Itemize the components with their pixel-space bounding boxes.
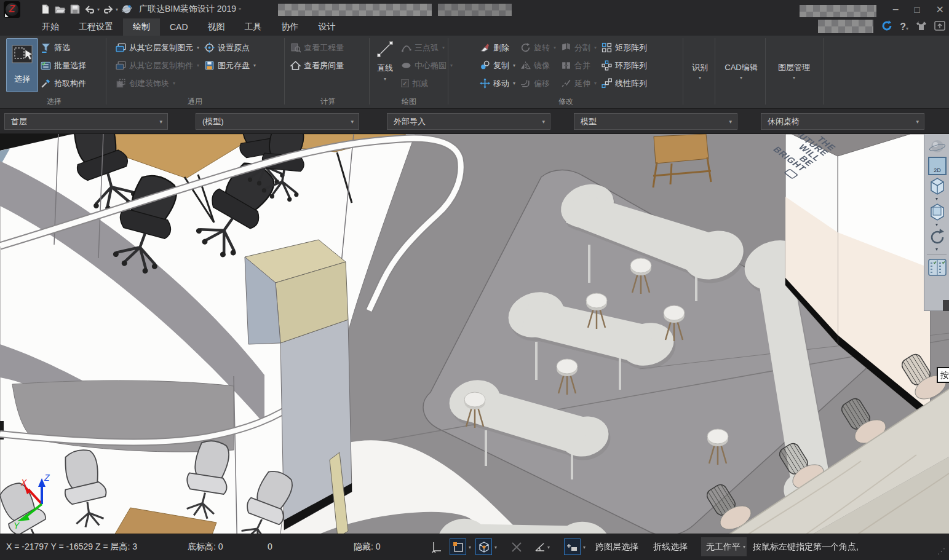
tab-视图[interactable]: 视图 [198, 18, 235, 36]
tab-设计[interactable]: 设计 [309, 18, 346, 36]
minimize-button[interactable]: – [893, 4, 899, 15]
svg-text:X: X [20, 478, 27, 487]
svg-text:Z: Z [44, 473, 50, 483]
work-plane-dropdown[interactable]: 无工作平▾ [701, 537, 747, 556]
filter-dropdown-1[interactable]: (模型)▾ [196, 113, 359, 130]
save-element-button[interactable]: 图元存盘▾ [202, 57, 258, 74]
filter-button[interactable]: 筛选 [38, 39, 89, 57]
scene-3d: X Z Y [0, 134, 949, 534]
create-decor-block-button[interactable]: 创建装饰块▾ [113, 74, 202, 92]
pick-member-button[interactable]: 拾取构件 [38, 74, 89, 92]
filter-dropdown-2[interactable]: 外部导入▾ [387, 113, 550, 130]
save-icon[interactable] [69, 3, 81, 15]
batch-select-button[interactable]: 批量选择 [38, 57, 89, 74]
ribbon-group-计算: 查看工程量查看房间量计算 [287, 36, 369, 109]
ribbon-group-label: 计算 [287, 97, 369, 107]
draw-line-button[interactable]: 直线▾ [373, 38, 397, 97]
center-ellipse-button[interactable]: 中心椭圆▾ [399, 57, 455, 74]
selection-box-toggle[interactable] [450, 538, 466, 555]
maximize-button[interactable]: □ [915, 4, 920, 15]
set-origin-button[interactable]: 设置原点 [202, 39, 258, 57]
cube-view-icon[interactable] [924, 176, 949, 197]
ribbon-group-label: 绘图 [371, 97, 447, 107]
layer-manage-button[interactable]: 图层管理▾ [768, 38, 820, 105]
copy-members-from-other-layer-button[interactable]: 从其它层复制构件▾ [113, 57, 202, 74]
filter-dropdown-4[interactable]: 休闲桌椅▾ [761, 113, 924, 130]
three-point-arc-button[interactable]: 三点弧▾ [399, 39, 455, 57]
cursor-tooltip: 按 [937, 367, 949, 383]
help-icon[interactable]: ?▾ [900, 22, 908, 33]
tab-CAD[interactable]: CAD [160, 18, 198, 36]
tracking-toggle[interactable] [564, 538, 581, 555]
filter-bar: 首层▾(模型)▾外部导入▾模型▾休闲桌椅▾ [0, 109, 949, 134]
undo-dropdown-icon[interactable]: ▾ [97, 7, 100, 12]
title-bar: Z ▾ ▾ 广联达BIM装饰设计 2019 - – □ ✕ [0, 0, 949, 18]
split-button[interactable]: 分割▾ [558, 39, 599, 57]
viewport-3d[interactable]: X Z Y [0, 134, 949, 534]
extend-button[interactable]: 延伸▾ [558, 74, 599, 92]
refresh-icon[interactable] [881, 20, 892, 34]
sync-icon[interactable] [121, 3, 133, 15]
rotate-view-dropdown-icon[interactable]: ▾ [924, 247, 949, 252]
cube-view-dropdown-icon[interactable]: ▾ [924, 197, 949, 202]
offset-button[interactable]: 偏移 [518, 74, 558, 92]
menu-tab-bar: 开始工程设置绘制CAD视图工具协作设计 [0, 18, 949, 36]
view-room-quantities-button[interactable]: 查看房间量 [288, 57, 346, 74]
view-2d-button[interactable]: 2D [924, 156, 949, 176]
mirror-button[interactable]: 镜像 [518, 57, 558, 74]
copy-elements-from-other-layer-button[interactable]: 从其它层复制图元▾ [113, 39, 202, 57]
linear-array-button[interactable]: 线性阵列 [599, 74, 649, 92]
rect-array-button[interactable]: 矩形阵列 [599, 39, 649, 57]
ribbon-group-识别: 识别▾ [685, 36, 715, 109]
orbit-icon[interactable] [924, 138, 949, 156]
window-title: 广联达BIM装饰设计 2019 - [139, 4, 241, 15]
subtract-button[interactable]: ✓扣减 [399, 74, 455, 92]
application-window: Z ▾ ▾ 广联达BIM装饰设计 2019 - – □ ✕ 开始工程设置绘制CA… [0, 0, 949, 560]
tab-工程设置[interactable]: 工程设置 [69, 18, 123, 36]
resize-grip[interactable]: ⋰ [937, 546, 946, 556]
ucs-icon-toggle[interactable] [429, 538, 445, 555]
polar-array-button[interactable]: 环形阵列 [599, 57, 649, 74]
ribbon: 选择筛选批量选择拾取构件选择从其它层复制图元▾从其它层复制构件▾创建装饰块▾设置… [0, 36, 949, 109]
ribbon-group-图层管理: 图层管理▾ [768, 36, 820, 109]
ribbon-group-修改: 删除复制▾移动▾旋转▾镜像偏移分割▾合并延伸▾矩形阵列环形阵列线性阵列修改 [450, 36, 681, 109]
display-settings-icon[interactable] [924, 258, 949, 278]
tshirt-icon[interactable] [916, 21, 927, 33]
cube-view2-icon[interactable] [924, 202, 949, 223]
redo-dropdown-icon[interactable]: ▾ [116, 7, 118, 12]
tab-工具[interactable]: 工具 [235, 18, 272, 36]
extra-value: 0 [268, 542, 272, 551]
merge-button[interactable]: 合并 [558, 57, 599, 74]
ribbon-group-选择: 选择筛选批量选择拾取构件选择 [4, 36, 105, 109]
filter-dropdown-3[interactable]: 模型▾ [574, 113, 737, 130]
select-button[interactable]: 选择 [6, 38, 38, 92]
quick-access-toolbar: ▾ ▾ [39, 3, 133, 15]
tab-开始[interactable]: 开始 [32, 18, 69, 36]
close-button[interactable]: ✕ [936, 4, 944, 15]
tab-协作[interactable]: 协作 [272, 18, 309, 36]
recognize-button[interactable]: 识别▾ [685, 38, 715, 105]
redo-icon[interactable] [102, 3, 114, 15]
delete-button[interactable]: 删除 [477, 39, 518, 57]
publish-icon[interactable] [934, 21, 945, 33]
move-button[interactable]: 移动▾ [477, 74, 518, 92]
copy-button[interactable]: 复制▾ [477, 57, 518, 74]
app-logo-icon[interactable]: Z [4, 1, 20, 18]
tab-绘制[interactable]: 绘制 [123, 18, 160, 36]
new-file-icon[interactable] [39, 3, 52, 15]
undo-icon[interactable] [84, 3, 96, 15]
cross-toggle[interactable] [508, 538, 525, 555]
angle-toggle[interactable] [531, 538, 548, 555]
open-file-icon[interactable] [54, 3, 66, 15]
rotate-button[interactable]: 旋转▾ [518, 39, 558, 57]
polyline-select-button[interactable]: 折线选择 [653, 542, 688, 553]
3d-snap-toggle[interactable] [475, 538, 492, 555]
ribbon-group-绘图: 直线▾三点弧▾中心椭圆▾✓扣减绘图 [371, 36, 447, 109]
status-bar: X = -21797 Y = -16529 Z = 层高: 3 底标高: 0 0… [0, 534, 949, 560]
rotate-view-icon[interactable] [924, 227, 949, 247]
view-quantities-button[interactable]: 查看工程量 [288, 39, 346, 57]
cube-view2-dropdown-icon[interactable]: ▾ [924, 223, 949, 227]
cad-edit-button[interactable]: CAD编辑▾ [717, 38, 765, 105]
cross-layer-select-button[interactable]: 跨图层选择 [595, 542, 638, 553]
filter-dropdown-0[interactable]: 首层▾ [4, 113, 168, 130]
